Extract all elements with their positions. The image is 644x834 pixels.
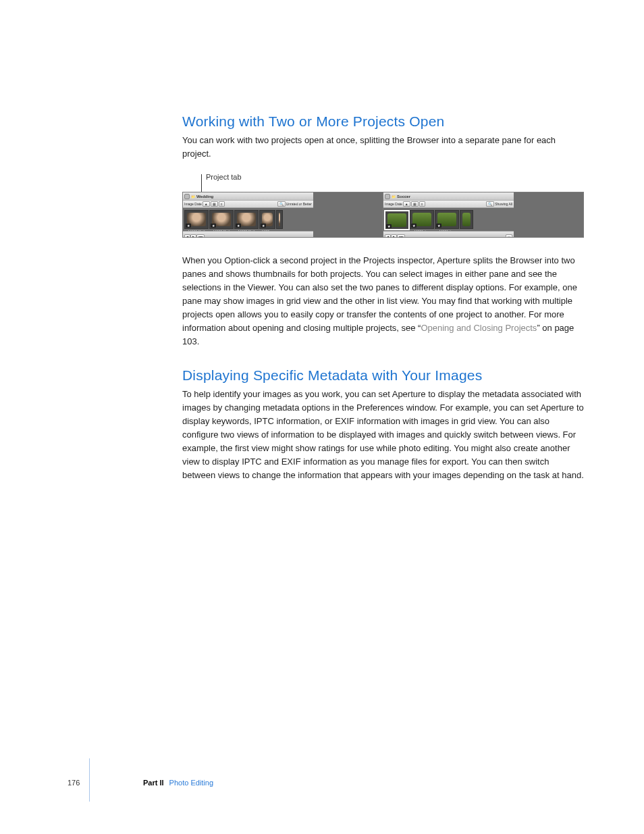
- folder-icon: 📁: [392, 194, 396, 199]
- thumbnail-strip-left: ★MG2549.tif ★MG2549.tif ★MG2549.tif ★MG2…: [183, 208, 313, 231]
- figure-pointer-line: [201, 184, 202, 192]
- figure-label-text: Project tab: [206, 173, 242, 181]
- browser-toolbar-right: Image Date ▲ ▦ ≡ 🔍 Showing All: [383, 200, 514, 208]
- thumbnail[interactable]: ★MG2549.tif: [235, 210, 258, 231]
- browser-toolbar-left: Image Date ▲ ▦ ≡ 🔍 Unrated or Better: [183, 200, 313, 208]
- thumbnail[interactable]: ★MG31.ti…: [435, 210, 458, 231]
- nav-prev-button[interactable]: ◀: [184, 234, 190, 238]
- options-button[interactable]: ⋯: [506, 234, 512, 238]
- view-mode-button[interactable]: ▦: [211, 201, 218, 207]
- section-heading-2: Displaying Specific Metadata with Your I…: [182, 367, 584, 384]
- thumbnail[interactable]: ★MG2…: [260, 210, 275, 231]
- view-mode-button-2[interactable]: ≡: [219, 201, 225, 207]
- browser-pane-left: 📁 Wedding Image Date ▲ ▦ ≡ 🔍 Unrated or …: [183, 192, 313, 237]
- project-tab-name-left: Wedding: [196, 194, 213, 199]
- nav-next-button[interactable]: ▶: [391, 234, 397, 238]
- browser-split-view: 📁 Wedding Image Date ▲ ▦ ≡ 🔍 Unrated or …: [182, 192, 584, 238]
- zoom-slider[interactable]: ━●━: [196, 234, 205, 238]
- zoom-slider[interactable]: ━●━: [397, 234, 405, 238]
- section-heading-1: Working with Two or More Projects Open: [182, 113, 584, 130]
- filter-button-left[interactable]: 🔍: [277, 201, 286, 207]
- footer-part-title: Photo Editing: [169, 779, 213, 787]
- thumbnail[interactable]: [460, 210, 473, 229]
- project-tab-name-right: Soccer: [397, 194, 410, 199]
- project-tab-left[interactable]: 📁 Wedding: [183, 192, 313, 200]
- thumbnail-strip-right: ★MG31.ti… ★MG31.ti… ★MG31.ti…: [383, 208, 514, 231]
- page-number: 176: [68, 779, 95, 787]
- thumbnail[interactable]: ★MG2549.tif: [210, 210, 233, 231]
- browser-pane-right: 📁 Soccer Image Date ▲ ▦ ≡ 🔍 Showing All: [383, 192, 514, 237]
- sort-direction-button[interactable]: ▲: [203, 201, 210, 207]
- thumbnail[interactable]: ★MG31.ti…: [385, 210, 408, 231]
- filter-button-right[interactable]: 🔍: [486, 201, 494, 207]
- sort-label-left: Image Date: [184, 202, 202, 206]
- footer-part: Part IIPhoto Editing: [143, 779, 213, 787]
- status-bar-right: ◀▶━●━ ⋯: [383, 231, 514, 237]
- filter-label-right: Showing All: [495, 202, 512, 206]
- thumbnail[interactable]: [277, 210, 282, 229]
- status-bar-left: ◀▶━●━: [183, 231, 313, 237]
- figure-two-projects: Project tab 📁 Wedding Image Date ▲: [182, 173, 584, 238]
- folder-icon: 📁: [191, 194, 195, 199]
- figure-label: Project tab: [201, 173, 584, 184]
- close-tab-icon[interactable]: [385, 194, 390, 199]
- sort-direction-button[interactable]: ▲: [403, 201, 410, 207]
- view-mode-button[interactable]: ▦: [411, 201, 419, 207]
- para2-text-a: When you Option-click a second project i…: [182, 255, 577, 333]
- project-tab-right[interactable]: 📁 Soccer: [383, 192, 514, 200]
- close-tab-icon[interactable]: [184, 194, 190, 199]
- page-footer: 176 Part IIPhoto Editing: [68, 779, 581, 787]
- thumbnail[interactable]: ★MG2549.tif: [185, 210, 208, 231]
- sort-label-right: Image Date: [385, 202, 402, 206]
- footer-part-label: Part II: [143, 779, 164, 787]
- nav-next-button[interactable]: ▶: [190, 234, 196, 238]
- section1-para1: You can work with two projects open at o…: [182, 134, 584, 161]
- cross-reference-link[interactable]: Opening and Closing Projects: [421, 323, 537, 333]
- filter-label-left: Unrated or Better: [286, 202, 312, 206]
- nav-prev-button[interactable]: ◀: [385, 234, 391, 238]
- section1-para2: When you Option-click a second project i…: [182, 254, 584, 348]
- thumbnail[interactable]: ★MG31.ti…: [410, 210, 433, 231]
- section2-para1: To help identify your images as you work…: [182, 388, 584, 482]
- view-mode-button-2[interactable]: ≡: [419, 201, 425, 207]
